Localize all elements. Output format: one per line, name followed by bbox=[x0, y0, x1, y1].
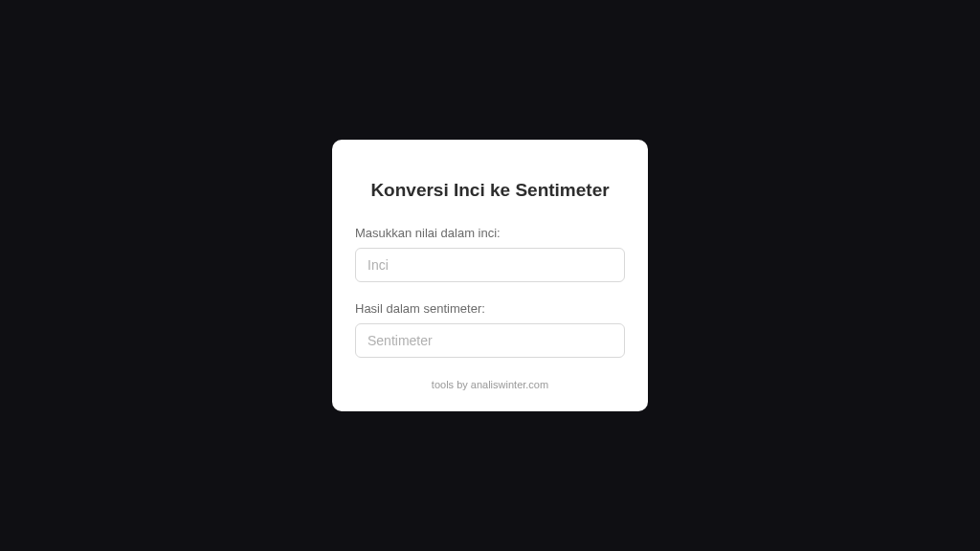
inches-label: Masukkan nilai dalam inci: bbox=[355, 226, 625, 240]
centimeters-label: Hasil dalam sentimeter: bbox=[355, 301, 625, 316]
card-title: Konversi Inci ke Sentimeter bbox=[355, 180, 625, 201]
inches-input[interactable] bbox=[355, 248, 625, 282]
converter-card: Konversi Inci ke Sentimeter Masukkan nil… bbox=[332, 140, 648, 411]
centimeters-input[interactable] bbox=[355, 323, 625, 358]
footer-credit: tools by analiswinter.com bbox=[355, 379, 625, 390]
